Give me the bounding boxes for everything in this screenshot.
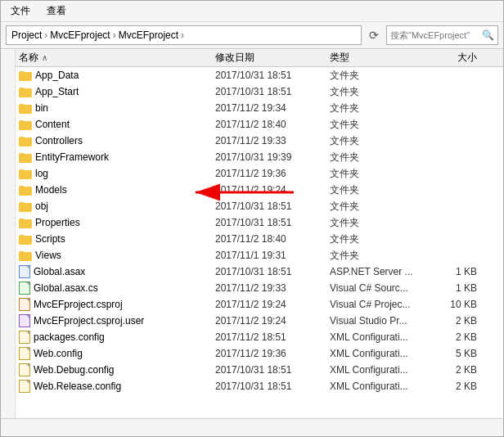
file-size: 2 KB xyxy=(428,315,477,327)
folder-icon xyxy=(19,233,32,245)
file-type: XML Configurati... xyxy=(330,381,428,392)
table-row[interactable]: Web.Release.config 2017/10/31 18:51 XML … xyxy=(16,378,503,394)
breadcrumb-project: Project xyxy=(11,29,42,41)
folder-icon xyxy=(19,119,32,130)
status-bar xyxy=(1,418,503,436)
table-row[interactable]: Views 2017/11/1 19:31 文件夹 xyxy=(16,247,503,264)
file-list: App_Data 2017/10/31 18:51 文件夹 App_Start … xyxy=(16,67,503,418)
file-type: 文件夹 xyxy=(330,69,428,83)
file-icon xyxy=(19,298,30,311)
file-date: 2017/11/2 19:24 xyxy=(215,315,330,327)
file-type: Visual C# Sourc... xyxy=(330,282,428,294)
search-icon[interactable]: 🔍 xyxy=(482,29,494,41)
file-name: MvcEFproject.csproj.user xyxy=(19,314,215,327)
file-type: XML Configurati... xyxy=(330,331,428,343)
folder-icon xyxy=(19,151,32,163)
folder-icon xyxy=(19,184,32,196)
folder-icon xyxy=(19,168,32,179)
breadcrumb[interactable]: Project › MvcEFproject › MvcEFproject › xyxy=(6,25,362,45)
file-date: 2017/11/1 19:31 xyxy=(215,250,330,261)
file-type: 文件夹 xyxy=(330,85,428,99)
sep3: › xyxy=(181,29,184,41)
file-name: App_Start xyxy=(19,86,215,97)
folder-icon xyxy=(19,217,32,228)
file-type: XML Configurati... xyxy=(330,364,428,376)
menu-bar: 文件 查看 xyxy=(1,1,503,22)
refresh-button[interactable]: ⟳ xyxy=(365,26,383,44)
table-row[interactable]: App_Start 2017/10/31 18:51 文件夹 xyxy=(16,83,503,100)
folder-icon xyxy=(19,200,32,212)
table-row[interactable]: Properties 2017/10/31 18:51 文件夹 xyxy=(16,214,503,231)
file-type: 文件夹 xyxy=(330,134,428,148)
file-name: Web.Debug.config xyxy=(19,363,215,376)
folder-icon xyxy=(19,86,32,97)
col-header-type[interactable]: 类型 xyxy=(330,51,428,65)
table-row[interactable]: Web.Debug.config 2017/10/31 18:51 XML Co… xyxy=(16,362,503,378)
file-panel: 名称 ∧ 修改日期 类型 大小 App_Data 2017/10/31 18:5… xyxy=(16,49,503,418)
sep2: › xyxy=(113,29,116,41)
file-date: 2017/10/31 18:51 xyxy=(215,217,330,228)
search-box: 🔍 xyxy=(386,25,498,45)
breadcrumb-mvc2: MvcEFproject xyxy=(119,29,178,41)
file-name: log xyxy=(19,168,215,179)
file-name: App_Data xyxy=(19,70,215,81)
table-row[interactable]: Scripts 2017/11/2 18:40 文件夹 xyxy=(16,231,503,247)
file-type: 文件夹 xyxy=(330,216,428,230)
col-header-date[interactable]: 修改日期 xyxy=(215,51,330,65)
file-icon xyxy=(19,380,30,393)
table-row[interactable]: Global.asax.cs 2017/11/2 19:33 Visual C#… xyxy=(16,280,503,296)
table-row[interactable]: App_Data 2017/10/31 18:51 文件夹 xyxy=(16,67,503,83)
file-date: 2017/11/2 19:24 xyxy=(215,184,330,196)
table-row[interactable]: Content 2017/11/2 18:40 文件夹 xyxy=(16,116,503,133)
search-input[interactable] xyxy=(390,30,480,40)
menu-view[interactable]: 查看 xyxy=(43,2,70,20)
file-date: 2017/11/2 19:36 xyxy=(215,348,330,359)
file-icon xyxy=(19,314,30,327)
file-type: 文件夹 xyxy=(330,118,428,132)
table-row[interactable]: bin 2017/11/2 19:34 文件夹 xyxy=(16,100,503,116)
file-date: 2017/10/31 19:39 xyxy=(215,151,330,163)
table-row[interactable]: MvcEFproject.csproj.user 2017/11/2 19:24… xyxy=(16,313,503,329)
file-panel-wrapper: 名称 ∧ 修改日期 类型 大小 App_Data 2017/10/31 18:5… xyxy=(16,49,503,418)
file-name: Global.asax xyxy=(19,265,215,278)
file-type: 文件夹 xyxy=(330,183,428,197)
table-row[interactable]: Global.asax 2017/10/31 18:51 ASP.NET Ser… xyxy=(16,264,503,280)
file-name: Global.asax.cs xyxy=(19,282,215,295)
table-row[interactable]: packages.config 2017/11/2 18:51 XML Conf… xyxy=(16,329,503,345)
sort-icon: ∧ xyxy=(42,53,47,62)
file-type: Visual Studio Pr... xyxy=(330,315,428,327)
file-date: 2017/11/2 18:40 xyxy=(215,119,330,130)
file-date: 2017/10/31 18:51 xyxy=(215,381,330,392)
folder-icon xyxy=(19,70,32,81)
table-row[interactable]: Web.config 2017/11/2 19:36 XML Configura… xyxy=(16,345,503,362)
table-row[interactable]: Models 2017/11/2 19:24 文件夹 xyxy=(16,182,503,198)
file-name: obj xyxy=(19,200,215,212)
col-header-size[interactable]: 大小 xyxy=(428,51,477,65)
file-date: 2017/10/31 18:51 xyxy=(215,364,330,376)
file-type: 文件夹 xyxy=(330,249,428,263)
file-date: 2017/10/31 18:51 xyxy=(215,70,330,81)
file-type: 文件夹 xyxy=(330,101,428,115)
file-icon xyxy=(19,282,30,295)
file-type: 文件夹 xyxy=(330,232,428,246)
table-row[interactable]: Controllers 2017/11/2 19:33 文件夹 xyxy=(16,133,503,149)
table-row[interactable]: obj 2017/10/31 18:51 文件夹 xyxy=(16,198,503,214)
table-row[interactable]: log 2017/11/2 19:36 文件夹 xyxy=(16,165,503,182)
file-size: 5 KB xyxy=(428,348,477,359)
content-area: 名称 ∧ 修改日期 类型 大小 App_Data 2017/10/31 18:5… xyxy=(1,49,503,418)
column-header: 名称 ∧ 修改日期 类型 大小 xyxy=(16,49,503,67)
folder-icon xyxy=(19,135,32,146)
file-size: 1 KB xyxy=(428,266,477,277)
file-date: 2017/11/2 19:33 xyxy=(215,135,330,146)
file-date: 2017/11/2 19:33 xyxy=(215,282,330,294)
file-date: 2017/11/2 18:40 xyxy=(215,233,330,245)
file-date: 2017/11/2 19:24 xyxy=(215,299,330,310)
file-type: ASP.NET Server ... xyxy=(330,266,428,277)
file-name: EntityFramework xyxy=(19,151,215,163)
file-name: Web.config xyxy=(19,347,215,360)
file-icon xyxy=(19,331,30,344)
menu-file[interactable]: 文件 xyxy=(7,2,34,20)
table-row[interactable]: EntityFramework 2017/10/31 19:39 文件夹 xyxy=(16,149,503,165)
table-row[interactable]: MvcEFproject.csproj 2017/11/2 19:24 Visu… xyxy=(16,296,503,313)
col-header-name[interactable]: 名称 ∧ xyxy=(19,51,215,65)
